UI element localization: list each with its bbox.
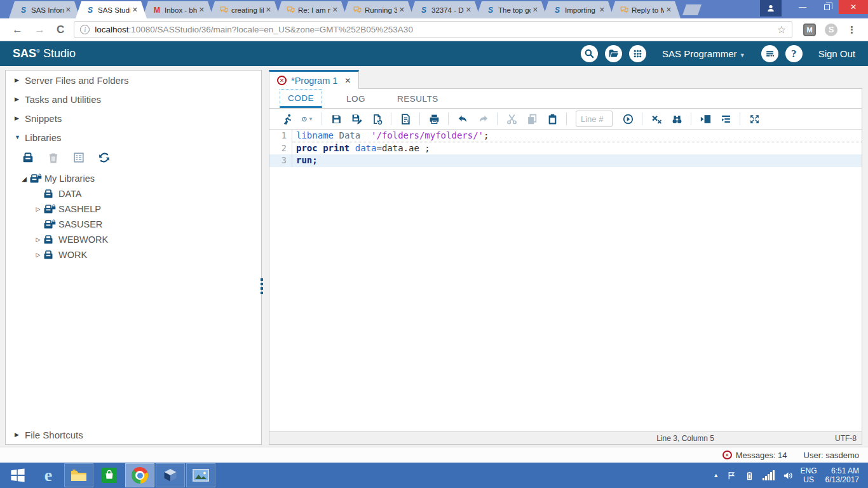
sign-out-button[interactable]: Sign Out xyxy=(818,48,855,59)
panel-splitter-handle[interactable] xyxy=(261,278,264,294)
close-tab-icon[interactable]: ✕ xyxy=(65,6,71,14)
code-editor[interactable]: 1libname Data '/folders/myfolders/';2pro… xyxy=(269,130,862,431)
file-restore-icon[interactable] xyxy=(371,113,383,125)
close-tab-icon[interactable]: ✕ xyxy=(399,6,405,14)
extension-icon[interactable]: M xyxy=(803,24,816,36)
goto-line-icon[interactable] xyxy=(622,113,634,125)
skype-icon[interactable]: S xyxy=(825,24,837,36)
browser-tab[interactable]: S32374 - De✕ xyxy=(409,1,480,18)
refresh-libraries-icon[interactable] xyxy=(98,152,110,163)
submit-options-icon[interactable] xyxy=(761,45,778,62)
cut-icon[interactable] xyxy=(506,113,517,125)
volume-icon[interactable] xyxy=(783,471,792,480)
taskbar-start-icon[interactable] xyxy=(3,463,32,487)
sidebar-item-snippets[interactable]: ▶Snippets xyxy=(6,109,261,128)
forward-icon[interactable]: → xyxy=(34,24,45,36)
browser-tab[interactable]: SSAS Studio✕ xyxy=(76,1,147,18)
new-library-icon[interactable] xyxy=(22,152,34,163)
browser-tab[interactable]: SImporting✕ xyxy=(543,1,614,18)
show-hidden-icons-icon[interactable]: ▲ xyxy=(713,472,719,478)
open-folder-icon[interactable] xyxy=(605,45,622,62)
taskbar-windows-store-icon[interactable] xyxy=(95,463,124,487)
sidebar-item-libraries[interactable]: ▼Libraries xyxy=(6,128,261,147)
close-tab-icon[interactable]: ✕ xyxy=(266,6,271,14)
print-icon[interactable] xyxy=(428,113,440,125)
close-tab-icon[interactable]: ✕ xyxy=(599,6,605,14)
action-center-flag-icon[interactable] xyxy=(727,471,736,480)
submission-history-icon[interactable]: ▼ xyxy=(302,113,313,125)
tree-expanded-icon[interactable]: ◢ xyxy=(20,175,29,182)
save-as-icon[interactable] xyxy=(351,113,362,125)
browser-tab[interactable]: MInbox - bh✕ xyxy=(142,1,214,18)
sidebar-item-tasks-and-utilities[interactable]: ▶Tasks and Utilities xyxy=(6,90,261,109)
tree-collapse-icon[interactable]: ▷ xyxy=(34,236,43,243)
page-info-icon[interactable]: i xyxy=(80,25,90,34)
taskbar-file-explorer-icon[interactable] xyxy=(64,463,93,487)
browser-tab[interactable]: SSAS Inform✕ xyxy=(9,1,80,18)
format-code-icon[interactable] xyxy=(720,113,731,125)
minimize-button[interactable]: — xyxy=(790,0,815,14)
close-tab-icon[interactable]: ✕ xyxy=(532,6,538,14)
browser-menu-icon[interactable]: ⋮ xyxy=(847,24,857,36)
library-tree-item-data[interactable]: DATA xyxy=(6,186,261,201)
maximize-view-icon[interactable] xyxy=(749,113,760,125)
sidebar-item-server-files-and-folders[interactable]: ▶Server Files and Folders xyxy=(6,71,261,90)
tree-collapse-icon[interactable]: ▷ xyxy=(34,206,43,212)
close-tab-icon[interactable]: ✕ xyxy=(344,76,351,85)
sidebar-item-file-shortcuts[interactable]: ▶ File Shortcuts xyxy=(6,425,261,444)
find-replace-icon[interactable] xyxy=(671,113,682,125)
close-button[interactable]: ✕ xyxy=(839,0,868,14)
address-bar[interactable]: i localhost:10080/SASStudio/36/main?loca… xyxy=(74,21,792,38)
bookmark-star-icon[interactable]: ☆ xyxy=(777,24,786,36)
browser-tab[interactable]: Running 3✕ xyxy=(342,1,414,18)
reload-icon[interactable]: C xyxy=(57,24,64,36)
undo-icon[interactable] xyxy=(457,113,468,125)
language-indicator[interactable]: ENG US xyxy=(801,466,817,484)
user-menu[interactable]: SAS Programmer ▼ xyxy=(662,48,745,59)
program-code-icon[interactable] xyxy=(400,113,411,125)
battery-icon[interactable] xyxy=(745,471,754,480)
copy-icon[interactable] xyxy=(526,113,538,125)
search-icon[interactable] xyxy=(581,45,598,62)
close-tab-icon[interactable]: ✕ xyxy=(666,6,672,14)
close-tab-icon[interactable]: ✕ xyxy=(466,6,471,14)
assign-library-icon[interactable] xyxy=(73,152,85,163)
library-tree-item-sashelp[interactable]: ▷SASHELP xyxy=(6,201,261,217)
tab-program-1[interactable]: ✕ *Program 1 ✕ xyxy=(269,70,359,89)
library-tree-item-webwork[interactable]: ▷WEBWORK xyxy=(6,232,261,247)
delete-library-icon[interactable] xyxy=(48,152,59,163)
tab-results[interactable]: RESULTS xyxy=(390,89,446,108)
close-tab-icon[interactable]: ✕ xyxy=(199,6,205,14)
browser-tab[interactable]: Re: I am no✕ xyxy=(276,1,347,18)
tab-code[interactable]: CODE xyxy=(280,89,322,108)
restore-button[interactable] xyxy=(815,0,839,14)
save-icon[interactable] xyxy=(330,113,342,125)
clock[interactable]: 6:51 AM 6/13/2017 xyxy=(825,466,859,484)
browser-tab[interactable]: SThe top go✕ xyxy=(476,1,547,18)
clear-code-icon[interactable] xyxy=(651,113,662,125)
taskbar-chrome-icon[interactable] xyxy=(125,463,154,487)
taskbar-photos-icon[interactable] xyxy=(186,463,215,487)
profile-icon[interactable] xyxy=(760,0,782,17)
redo-icon[interactable] xyxy=(477,113,489,125)
browser-tab[interactable]: Reply to M✕ xyxy=(609,1,681,18)
browser-tab[interactable]: creating lib✕ xyxy=(209,1,280,18)
tree-collapse-icon[interactable]: ▷ xyxy=(34,252,43,258)
library-tree-item-my-libraries[interactable]: ◢My Libraries xyxy=(6,171,261,186)
network-signal-icon[interactable] xyxy=(763,470,775,480)
tab-log[interactable]: LOG xyxy=(339,89,373,108)
help-icon[interactable]: ? xyxy=(785,45,803,62)
line-number-input[interactable] xyxy=(576,111,613,127)
library-tree-item-work[interactable]: ▷WORK xyxy=(6,247,261,262)
back-icon[interactable]: ← xyxy=(12,24,23,36)
library-tree-item-sasuser[interactable]: SASUSER xyxy=(6,217,261,232)
taskbar-internet-explorer-icon[interactable]: e xyxy=(34,463,63,487)
close-tab-icon[interactable]: ✕ xyxy=(132,6,138,14)
taskbar-virtualbox-icon[interactable] xyxy=(156,463,185,487)
insert-code-icon[interactable] xyxy=(700,113,711,125)
new-tab-button[interactable] xyxy=(682,4,702,15)
close-tab-icon[interactable]: ✕ xyxy=(332,6,338,14)
apps-grid-icon[interactable] xyxy=(629,45,646,62)
paste-icon[interactable] xyxy=(546,113,558,125)
run-icon[interactable] xyxy=(281,113,293,125)
